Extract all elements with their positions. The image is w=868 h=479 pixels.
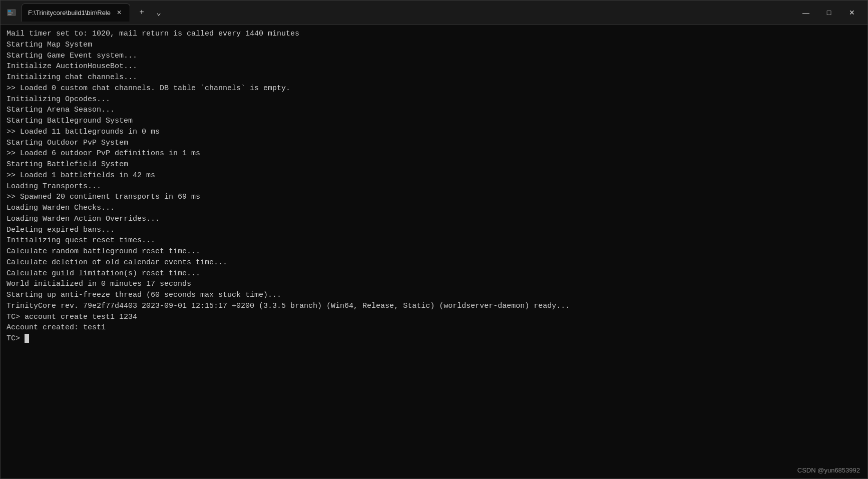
terminal-line: Starting Outdoor PvP System	[7, 138, 861, 149]
tab-actions: + ⌄	[134, 5, 166, 20]
terminal-line: Calculate random battleground reset time…	[7, 246, 861, 257]
terminal-window: F:\Trinitycore\build1\bin\Rele ✕ + ⌄ — □…	[0, 0, 868, 479]
terminal-line: Starting Game Event system...	[7, 51, 861, 62]
minimize-button[interactable]: —	[794, 1, 817, 25]
terminal-line: Initialize AuctionHouseBot...	[7, 61, 861, 72]
terminal-line: >> Loaded 6 outdoor PvP definitions in 1…	[7, 148, 861, 159]
close-button[interactable]: ✕	[840, 1, 863, 25]
terminal-line: TC>	[7, 333, 861, 344]
terminal-line: Starting Battlefield System	[7, 159, 861, 170]
terminal-line: TrinityCore rev. 79e2f77d4403 2023-09-01…	[7, 301, 861, 312]
terminal-line: Initializing Opcodes...	[7, 94, 861, 105]
terminal-line: >> Loaded 11 battlegrounds in 0 ms	[7, 127, 861, 138]
titlebar: F:\Trinitycore\build1\bin\Rele ✕ + ⌄ — □…	[1, 1, 867, 25]
terminal-line: Initializing chat channels...	[7, 72, 861, 83]
svg-rect-2	[8, 13, 13, 14]
terminal-line: Calculate deletion of old calendar event…	[7, 257, 861, 268]
terminal-line: Initializing quest reset times...	[7, 235, 861, 246]
terminal-line: World initialized in 0 minutes 17 second…	[7, 279, 861, 290]
tab-dropdown-button[interactable]: ⌄	[151, 5, 166, 20]
terminal-line: Account created: test1	[7, 322, 861, 333]
maximize-button[interactable]: □	[817, 1, 840, 25]
terminal-line: Starting Map System	[7, 40, 861, 51]
terminal-line: Starting Battleground System	[7, 116, 861, 127]
tab-close-button[interactable]: ✕	[115, 8, 124, 17]
terminal-line: Loading Warden Checks...	[7, 203, 861, 214]
terminal-line: Loading Warden Action Overrides...	[7, 214, 861, 225]
terminal-line: Starting up anti-freeze thread (60 secon…	[7, 290, 861, 301]
svg-rect-1	[8, 11, 11, 12]
new-tab-button[interactable]: +	[134, 5, 149, 20]
terminal-line: Loading Transports...	[7, 181, 861, 192]
tab-area: F:\Trinitycore\build1\bin\Rele ✕ + ⌄	[5, 1, 794, 24]
terminal-line: >> Loaded 0 custom chat channels. DB tab…	[7, 83, 861, 94]
terminal-line: Deleting expired bans...	[7, 225, 861, 236]
terminal-line: >> Loaded 1 battlefields in 42 ms	[7, 170, 861, 181]
terminal-body[interactable]: Mail timer set to: 1020, mail return is …	[1, 25, 867, 478]
terminal-line: Mail timer set to: 1020, mail return is …	[7, 29, 861, 40]
terminal-line: TC> account create test1 1234	[7, 312, 861, 323]
active-tab[interactable]: F:\Trinitycore\build1\bin\Rele ✕	[22, 4, 130, 22]
terminal-line: Starting Arena Season...	[7, 105, 861, 116]
terminal-line: Calculate guild limitation(s) reset time…	[7, 268, 861, 279]
terminal-line: >> Spawned 20 continent transports in 69…	[7, 192, 861, 203]
tab-title: F:\Trinitycore\build1\bin\Rele	[28, 9, 111, 17]
svg-rect-3	[8, 14, 12, 15]
window-controls: — □ ✕	[794, 1, 863, 25]
app-icon	[5, 6, 19, 20]
watermark: CSDN @yun6853992	[797, 466, 860, 474]
cursor	[25, 334, 29, 343]
